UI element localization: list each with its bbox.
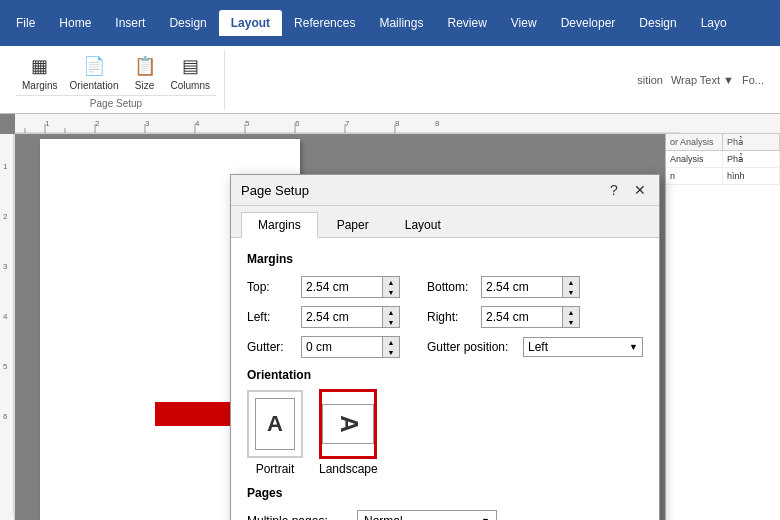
bottom-spinner: ▲ ▼ (562, 277, 579, 297)
tab-layout[interactable]: Layout (219, 10, 282, 36)
dialog-titlebar: Page Setup ? ✕ (231, 175, 659, 206)
svg-text:6: 6 (295, 119, 300, 128)
page-setup-group: ▦ Margins 📄 Orientation 📋 Size ▤ Columns… (8, 50, 225, 110)
dialog-content: Margins Top: ▲ ▼ Bottom: (231, 238, 659, 520)
position-btn[interactable]: sition (637, 74, 663, 86)
tab-developer[interactable]: Developer (549, 10, 628, 36)
margins-form-grid: Top: ▲ ▼ Bottom: ▲ (247, 276, 643, 358)
size-icon: 📋 (131, 52, 159, 80)
portrait-label: Portrait (256, 462, 295, 476)
page-setup-buttons: ▦ Margins 📄 Orientation 📋 Size ▤ Columns (16, 50, 216, 93)
dialog-help-button[interactable]: ? (605, 181, 623, 199)
gutter-position-arrow: ▼ (629, 342, 638, 352)
tab-layout[interactable]: Layout (388, 212, 458, 237)
svg-text:1: 1 (3, 162, 8, 171)
right-panel: or Analysis Phả Analysis Phả n hình (665, 134, 780, 520)
orientation-label: Orientation (70, 80, 119, 91)
right-down-btn[interactable]: ▼ (563, 317, 579, 327)
svg-text:4: 4 (195, 119, 200, 128)
bottom-down-btn[interactable]: ▼ (563, 287, 579, 297)
top-input[interactable] (302, 278, 382, 296)
gutter-input-wrap: ▲ ▼ (301, 336, 400, 358)
gutter-position-select[interactable]: Left ▼ (523, 337, 643, 357)
col1-header: or Analysis (666, 134, 723, 150)
orientation-button[interactable]: 📄 Orientation (64, 50, 125, 93)
top-input-wrap: ▲ ▼ (301, 276, 400, 298)
dialog-close-button[interactable]: ✕ (631, 181, 649, 199)
pages-section-label: Pages (247, 486, 643, 500)
gutter-up-btn[interactable]: ▲ (383, 337, 399, 347)
top-label: Top: (247, 280, 295, 294)
right-ribbon-group: sition Wrap Text ▼ Fo... (629, 50, 772, 110)
left-input[interactable] (302, 308, 382, 326)
right-label: Right: (427, 310, 475, 324)
landscape-label: Landscape (319, 462, 378, 476)
margins-button[interactable]: ▦ Margins (16, 50, 64, 93)
tab-insert[interactable]: Insert (103, 10, 157, 36)
ruler-horizontal: 1 2 3 4 5 6 7 8 8 (15, 114, 780, 134)
portrait-option[interactable]: A Portrait (247, 390, 303, 476)
gutter-position-label: Gutter position: (427, 340, 517, 354)
margins-label: Margins (22, 80, 58, 91)
gutter-field-row: Gutter: ▲ ▼ (247, 336, 411, 358)
right-panel-row1: Analysis Phả (666, 151, 780, 168)
gutter-label: Gutter: (247, 340, 295, 354)
tab-file[interactable]: File (4, 10, 47, 36)
ribbon-tabs: File Home Insert Design Layout Reference… (0, 0, 780, 46)
landscape-inner: A (322, 404, 374, 444)
tab-home[interactable]: Home (47, 10, 103, 36)
top-field-row: Top: ▲ ▼ (247, 276, 411, 298)
right-up-btn[interactable]: ▲ (563, 307, 579, 317)
left-up-btn[interactable]: ▲ (383, 307, 399, 317)
right-input[interactable] (482, 308, 562, 326)
right-spinner: ▲ ▼ (562, 307, 579, 327)
col2-header: Phả (723, 134, 780, 150)
tab-mailings[interactable]: Mailings (367, 10, 435, 36)
gutter-position-row: Gutter position: Left ▼ (427, 336, 643, 358)
portrait-inner: A (255, 398, 295, 450)
row2-col1: n (666, 168, 723, 184)
top-up-btn[interactable]: ▲ (383, 277, 399, 287)
bottom-up-btn[interactable]: ▲ (563, 277, 579, 287)
top-down-btn[interactable]: ▼ (383, 287, 399, 297)
svg-text:8: 8 (395, 119, 400, 128)
orientation-section: Orientation A Portrait (247, 368, 643, 476)
size-label: Size (135, 80, 154, 91)
gutter-input[interactable] (302, 338, 382, 356)
tab-view[interactable]: View (499, 10, 549, 36)
multiple-pages-label: Multiple pages: (247, 514, 347, 520)
left-down-btn[interactable]: ▼ (383, 317, 399, 327)
forward-btn[interactable]: Fo... (742, 74, 764, 86)
row2-col2: hình (723, 168, 780, 184)
svg-text:7: 7 (345, 119, 350, 128)
svg-text:2: 2 (3, 212, 8, 221)
left-field-row: Left: ▲ ▼ (247, 306, 411, 328)
tab-references[interactable]: References (282, 10, 367, 36)
pages-section: Pages Multiple pages: Normal ▼ (247, 486, 643, 520)
right-field-row: Right: ▲ ▼ (427, 306, 643, 328)
svg-text:6: 6 (3, 412, 8, 421)
tab-review[interactable]: Review (435, 10, 498, 36)
columns-button[interactable]: ▤ Columns (165, 50, 216, 93)
tab-layo[interactable]: Layo (689, 10, 739, 36)
gutter-down-btn[interactable]: ▼ (383, 347, 399, 357)
wrap-text-btn[interactable]: Wrap Text ▼ (671, 74, 734, 86)
ribbon-body: ▦ Margins 📄 Orientation 📋 Size ▤ Columns… (0, 46, 780, 114)
tab-margins[interactable]: Margins (241, 212, 318, 238)
multiple-pages-select[interactable]: Normal ▼ (357, 510, 497, 520)
bottom-input[interactable] (482, 278, 562, 296)
tab-paper[interactable]: Paper (320, 212, 386, 237)
tab-design2[interactable]: Design (627, 10, 688, 36)
svg-text:5: 5 (245, 119, 250, 128)
margins-section-label: Margins (247, 252, 643, 266)
orientation-options: A Portrait A Landscape (247, 390, 643, 476)
multiple-pages-value: Normal (364, 514, 403, 520)
landscape-option[interactable]: A Landscape (319, 390, 378, 476)
tab-design[interactable]: Design (157, 10, 218, 36)
top-spinner: ▲ ▼ (382, 277, 399, 297)
svg-text:1: 1 (45, 119, 50, 128)
size-button[interactable]: 📋 Size (125, 50, 165, 93)
bottom-field-row: Bottom: ▲ ▼ (427, 276, 643, 298)
columns-icon: ▤ (176, 52, 204, 80)
svg-text:3: 3 (3, 262, 8, 271)
